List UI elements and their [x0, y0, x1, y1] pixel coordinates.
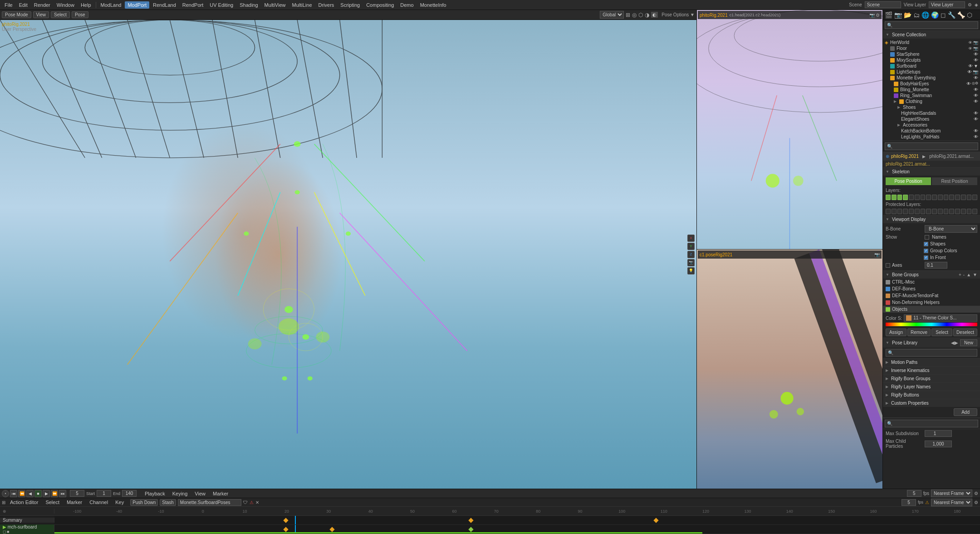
nearest-frame-dropdown[interactable]: Nearest Frame — [931, 490, 972, 497]
group-colors-checkbox[interactable]: ✓ — [924, 249, 928, 253]
layer-8[interactable] — [926, 195, 931, 200]
scene-item-katch[interactable]: KatchBackinBottom 👁 — [883, 128, 980, 134]
layer-7[interactable] — [921, 195, 926, 200]
select-btn[interactable]: Select — [51, 11, 70, 18]
rb-cam-icon[interactable]: 📷 — [874, 252, 880, 257]
scene-item-starsphere[interactable]: StarSphere 👁 — [883, 51, 980, 57]
bg-up-icon[interactable]: ▲ — [966, 272, 971, 277]
prot-layer-13[interactable] — [955, 209, 960, 214]
scene-item-clothing[interactable]: ▶ Clothing 👁 — [883, 98, 980, 104]
prot-layer-9[interactable] — [932, 209, 937, 214]
view-menu[interactable]: View — [192, 490, 208, 497]
ae-extra-icon[interactable]: ⚙ — [974, 500, 978, 505]
prot-layer-7[interactable] — [921, 209, 926, 214]
ik-header[interactable]: ▶ Inverse Kinematics — [883, 367, 980, 374]
names-checkbox[interactable] — [925, 235, 929, 240]
scene-item-ring[interactable]: Ring_Swimman 👁 — [883, 93, 980, 98]
view-btn[interactable]: View — [33, 11, 49, 18]
pose-library-search[interactable] — [886, 349, 977, 357]
skeleton-header[interactable]: ▼ Skeleton — [883, 168, 980, 176]
floor-cam[interactable]: 📷 — [973, 46, 978, 51]
herworld-eye[interactable]: 👁 — [968, 40, 972, 45]
menu-drivers[interactable]: Drivers — [316, 1, 337, 9]
bone-color-dropdown-area[interactable]: 11 - Theme Color S... — [904, 314, 977, 322]
prot-layer-3[interactable] — [897, 209, 902, 214]
proportional-icon[interactable]: ◎ — [632, 12, 637, 18]
motion-paths-header[interactable]: ▶ Motion Paths — [883, 358, 980, 366]
menu-multiline[interactable]: MultiLine — [289, 1, 314, 9]
display-as-dropdown[interactable]: B-Bone Octahedral Stick Envelope Wire — [925, 225, 977, 233]
menu-multiview[interactable]: MultiView — [262, 1, 289, 9]
leglights-eye[interactable]: 👁 — [974, 134, 978, 139]
stash-btn[interactable]: Stash — [160, 499, 176, 506]
menu-modport[interactable]: ModPort — [125, 1, 149, 9]
ring-eye[interactable]: 👁 — [974, 93, 978, 98]
bg-def-bones[interactable]: DEF-Bones — [883, 285, 980, 292]
render-icon[interactable]: 📷 — [894, 11, 902, 19]
main-3d-viewport[interactable]: phitoRig.2021 User Perspective X Y Z 📷 💡 — [0, 20, 696, 489]
menu-rendport[interactable]: RendPort — [180, 1, 206, 9]
bg-def-muscle[interactable]: DEF-MuscleTendonFat — [883, 292, 980, 299]
prot-layer-1[interactable] — [886, 209, 891, 214]
scene-item-herworld[interactable]: ◈ HerWorld 👁 📷 — [883, 39, 980, 45]
surfboard-eye[interactable]: 👁 — [968, 64, 973, 69]
bg-non-deform[interactable]: Non-Deforming Helpers — [883, 299, 980, 306]
playback-menu[interactable]: Playback — [142, 490, 168, 497]
mixysculpts-eye[interactable]: 👁 — [974, 58, 978, 63]
shading-icon[interactable]: ◑ — [645, 12, 649, 18]
scene-item-lightsetups[interactable]: LightSetups 👁 📷 — [883, 69, 980, 75]
camera-btn[interactable]: 📷 — [687, 259, 695, 266]
pose-library-header[interactable]: ▼ Pose Library ◀▶ New — [883, 338, 980, 348]
axes-checkbox[interactable] — [886, 263, 890, 268]
rest-position-btn[interactable]: Rest Position — [932, 177, 977, 185]
world-icon[interactable]: 🌍 — [931, 11, 939, 19]
lightsetups-eye[interactable]: 👁 — [967, 69, 972, 74]
scene-item-leglights[interactable]: LegLights_PatHats 👁 — [883, 134, 980, 140]
floor-eye[interactable]: 👁 — [968, 46, 972, 51]
scene-props-icon[interactable]: 🌐 — [921, 11, 929, 19]
shapes-checkbox[interactable]: ✓ — [924, 242, 928, 246]
deselect-btn[interactable]: Deselect — [953, 328, 977, 336]
layer-11[interactable] — [944, 195, 949, 200]
timeline-frame-display[interactable] — [907, 490, 921, 497]
prot-layer-4[interactable] — [903, 209, 908, 214]
stop-btn[interactable]: ■ — [34, 490, 42, 497]
scene-item-floor[interactable]: Floor 👁 📷 — [883, 45, 980, 51]
object-icon[interactable]: ◻ — [941, 11, 946, 19]
menu-dots[interactable]: • — [2, 490, 9, 497]
lightsetups-cam[interactable]: 📷 — [973, 69, 978, 74]
ae-key[interactable]: Key — [113, 499, 127, 506]
prot-layer-15[interactable] — [967, 209, 972, 214]
prot-layer-14[interactable] — [961, 209, 966, 214]
bg-objects[interactable]: Objects — [883, 306, 980, 313]
bg-add-icon[interactable]: + — [959, 272, 961, 277]
summary-track-content[interactable] — [54, 516, 980, 524]
layer-16[interactable] — [972, 195, 977, 200]
layer-13[interactable] — [955, 195, 960, 200]
pose-position-btn[interactable]: Pose Position — [886, 177, 931, 185]
mch-track-content[interactable] — [54, 525, 980, 534]
scene-item-monette[interactable]: Monette Everything 👁 — [883, 75, 980, 81]
select-btn[interactable]: Select — [931, 328, 952, 336]
layer-4[interactable] — [903, 195, 908, 200]
ae-nearest-dropdown[interactable]: Nearest Frame — [931, 499, 972, 506]
scene-item-highheels[interactable]: HighHeelSandals 👁 — [883, 110, 980, 116]
keying-menu[interactable]: Keying — [170, 490, 191, 497]
bg-remove-icon[interactable]: - — [963, 272, 965, 277]
ae-channel[interactable]: Channel — [87, 499, 111, 506]
menu-window[interactable]: Window — [54, 1, 77, 9]
current-frame-input[interactable]: 5 — [70, 490, 84, 497]
menu-rendland[interactable]: RendLand — [150, 1, 179, 9]
scene-item-shoes[interactable]: ▶ Shoes — [883, 104, 980, 110]
rt-settings-icon[interactable]: ⚙ — [876, 13, 880, 18]
ae-select[interactable]: Select — [43, 499, 62, 506]
mch-icon2[interactable]: ■ — [7, 529, 9, 534]
remove-btn[interactable]: Remove — [907, 328, 931, 336]
start-frame-input[interactable]: 1 — [97, 490, 111, 497]
max-subdivision-input[interactable] — [925, 430, 952, 437]
push-down-btn[interactable]: Push Down — [130, 499, 158, 506]
layer-6[interactable] — [915, 195, 920, 200]
armature-search-input[interactable] — [885, 142, 978, 150]
output-icon[interactable]: 📂 — [904, 11, 911, 19]
rigify-layer-names-header[interactable]: ▶ Rigify Layer Names — [883, 383, 980, 391]
